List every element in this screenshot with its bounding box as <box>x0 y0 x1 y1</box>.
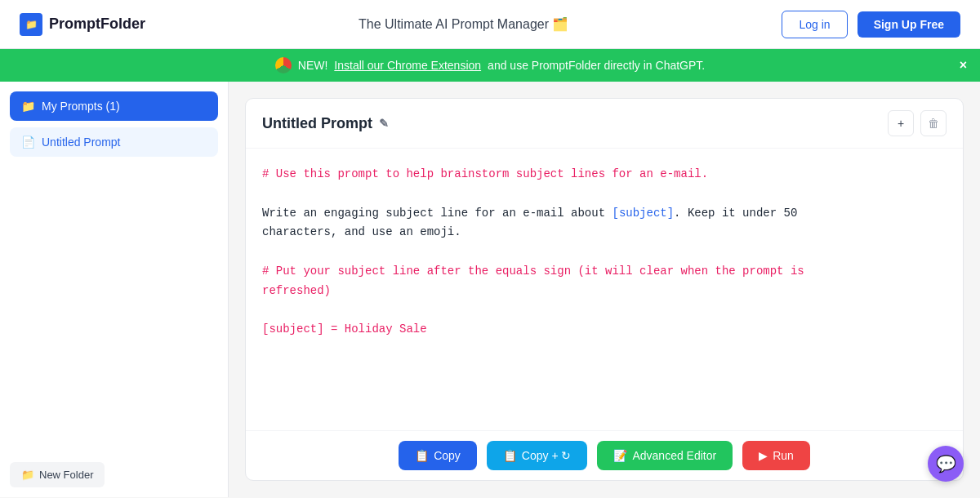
bottom-toolbar: 📋 Copy 📋 Copy + ↻ 📝 Advanced Editor ▶ Ru… <box>246 430 963 480</box>
logo-text: PromptFolder <box>49 16 145 33</box>
banner-new: NEW! <box>298 59 328 72</box>
advanced-editor-button[interactable]: 📝 Advanced Editor <box>597 441 733 470</box>
signup-button[interactable]: Sign Up Free <box>858 11 960 38</box>
comment-line-5: refreshed) <box>262 284 331 297</box>
delete-prompt-button[interactable]: 🗑 <box>920 110 947 136</box>
chat-bubble-button[interactable]: 💬 <box>928 446 964 482</box>
prompt-header-actions: + 🗑 <box>888 110 947 136</box>
editor-line-5: refreshed) <box>262 282 947 301</box>
banner-link[interactable]: Install our Chrome Extension <box>334 59 481 72</box>
editor-line-blank-2 <box>262 242 947 262</box>
chrome-icon <box>275 57 292 73</box>
editor-line-blank-3 <box>262 301 947 321</box>
header: 📁 PromptFolder The Ultimate AI Prompt Ma… <box>0 0 980 49</box>
assign-line: [subject] = Holiday Sale <box>262 322 427 336</box>
logo-icon: 📁 <box>20 13 42 36</box>
run-label: Run <box>773 449 794 462</box>
prompt-title-text: Untitled Prompt <box>262 115 372 132</box>
header-title: The Ultimate AI Prompt Manager 🗂️ <box>359 16 568 32</box>
text-line-3: characters, and use an emoji. <box>262 225 461 238</box>
comment-line-1: # Use this prompt to help brainstorm sub… <box>262 167 708 180</box>
banner-close-button[interactable]: × <box>960 58 967 73</box>
prompt-item-label: Untitled Prompt <box>42 136 120 149</box>
editor-line-4: # Put your subject line after the equals… <box>262 262 947 282</box>
banner-message: and use PromptFolder directly in ChatGPT… <box>488 59 705 72</box>
run-icon: ▶ <box>759 449 768 462</box>
content-area: Untitled Prompt ✎ + 🗑 # Use this prompt … <box>229 82 980 497</box>
copy-button[interactable]: 📋 Copy <box>399 441 477 470</box>
prompt-file-icon: 📄 <box>21 136 35 149</box>
logo: 📁 PromptFolder <box>20 13 145 36</box>
advanced-label: Advanced Editor <box>632 449 716 462</box>
add-prompt-button[interactable]: + <box>888 110 914 136</box>
sidebar-item-untitled-prompt[interactable]: 📄 Untitled Prompt <box>10 127 218 157</box>
text-line-2b: . Keep it under 50 <box>674 207 797 220</box>
login-button[interactable]: Log in <box>782 11 847 38</box>
my-prompts-button[interactable]: 📁 My Prompts (1) <box>10 91 218 121</box>
editor-line-blank-1 <box>262 185 947 204</box>
copy-label: Copy <box>434 449 461 462</box>
banner: NEW! Install our Chrome Extension and us… <box>0 49 980 82</box>
sidebar: 📁 My Prompts (1) 📄 Untitled Prompt 📁 New… <box>0 82 229 497</box>
new-folder-icon: 📁 <box>21 469 34 481</box>
editor-line-2: Write an engaging subject line for an e-… <box>262 204 947 224</box>
sidebar-spacer <box>10 163 218 456</box>
run-button[interactable]: ▶ Run <box>742 441 810 470</box>
copy-chatgpt-icon: 📋 <box>503 449 517 462</box>
main-layout: 📁 My Prompts (1) 📄 Untitled Prompt 📁 New… <box>0 82 980 497</box>
folder-icon: 📁 <box>21 100 35 113</box>
header-actions: Log in Sign Up Free <box>782 11 960 38</box>
editor-line-1: # Use this prompt to help brainstorm sub… <box>262 165 947 185</box>
copy-chatgpt-label: Copy + ↻ <box>522 449 572 462</box>
copy-chatgpt-button[interactable]: 📋 Copy + ↻ <box>487 441 588 470</box>
my-prompts-label: My Prompts (1) <box>42 100 120 113</box>
editor-line-3: characters, and use an emoji. <box>262 223 947 242</box>
edit-title-icon[interactable]: ✎ <box>379 117 389 130</box>
prompt-header: Untitled Prompt ✎ + 🗑 <box>246 99 963 149</box>
advanced-icon: 📝 <box>613 449 627 462</box>
chat-bubble-icon: 💬 <box>936 454 956 474</box>
comment-line-4: # Put your subject line after the equals… <box>262 265 804 278</box>
text-line-2a: Write an engaging subject line for an e-… <box>262 207 612 220</box>
editor-line-6: [subject] = Holiday Sale <box>262 320 947 340</box>
new-folder-label: New Folder <box>39 469 93 481</box>
prompt-card: Untitled Prompt ✎ + 🗑 # Use this prompt … <box>245 98 964 481</box>
variable-subject: [subject] <box>612 207 674 220</box>
new-folder-button[interactable]: 📁 New Folder <box>10 462 105 487</box>
editor-body[interactable]: # Use this prompt to help brainstorm sub… <box>246 149 963 430</box>
copy-icon: 📋 <box>415 449 429 462</box>
prompt-title-area: Untitled Prompt ✎ <box>262 115 389 132</box>
